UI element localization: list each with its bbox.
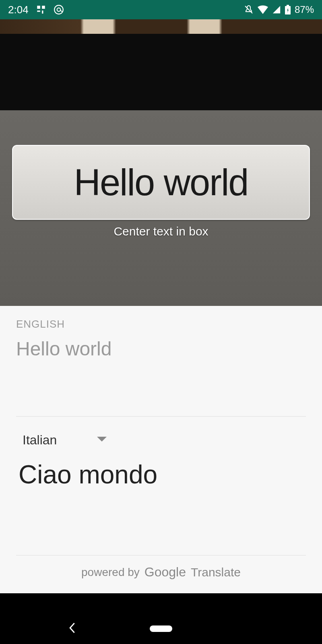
powered-by-attribution: powered by Google Translate: [0, 565, 322, 580]
target-language-selector[interactable]: Italian: [16, 433, 306, 448]
battery-icon: [285, 5, 291, 14]
status-time: 2:04: [8, 4, 29, 16]
translation-panel: ENGLISH Hello world Italian Ciao mondo p…: [0, 306, 322, 593]
camera-viewport[interactable]: Hello world Center text in box: [0, 19, 322, 306]
ocr-detection-box[interactable]: Hello world: [12, 145, 310, 220]
wifi-icon: [258, 5, 268, 14]
at-icon: [54, 4, 64, 15]
bottom-divider: [16, 555, 306, 555]
source-language-label: ENGLISH: [16, 318, 306, 330]
camera-background-strip: [0, 19, 322, 34]
translated-text[interactable]: Ciao mondo: [16, 460, 306, 489]
status-bar: 2:04 87%: [0, 0, 322, 19]
google-logo: Google: [144, 565, 186, 580]
battery-percent: 87%: [295, 4, 314, 15]
source-text[interactable]: Hello world: [16, 338, 306, 360]
camera-instruction: Center text in box: [0, 225, 322, 238]
app-icon-1: [36, 4, 46, 15]
camera-background-dark: [0, 34, 322, 110]
back-button[interactable]: [68, 622, 76, 635]
signal-icon: [272, 5, 281, 14]
translate-product-name: Translate: [191, 566, 241, 579]
svg-rect-1: [42, 6, 45, 9]
home-gesture-pill[interactable]: [150, 625, 172, 632]
dnd-icon: [244, 5, 254, 14]
svg-rect-0: [37, 6, 40, 9]
svg-rect-2: [37, 10, 40, 12]
status-right: 87%: [244, 4, 314, 15]
svg-rect-7: [287, 5, 289, 6]
chevron-down-icon: [97, 437, 107, 444]
navigation-bar: [0, 613, 322, 644]
status-left: 2:04: [8, 4, 64, 16]
svg-rect-3: [42, 10, 43, 14]
divider: [16, 416, 306, 417]
svg-point-4: [54, 5, 63, 14]
target-language-label: Italian: [23, 433, 57, 448]
ocr-detected-text: Hello world: [74, 161, 248, 204]
svg-point-5: [57, 8, 60, 12]
powered-by-prefix: powered by: [81, 566, 140, 579]
